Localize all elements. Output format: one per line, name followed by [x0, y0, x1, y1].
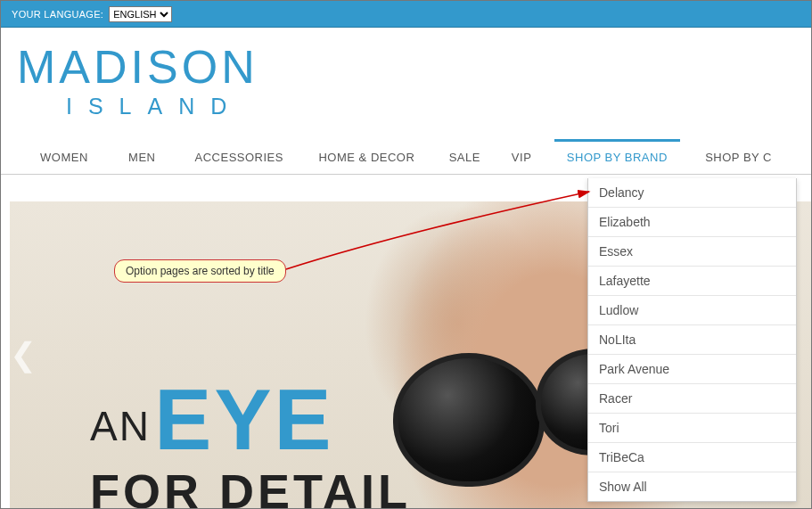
main-nav: WOMENMENACCESSORIESHOME & DECORSALEVIPSH… [1, 141, 811, 175]
brand-option-nolita[interactable]: NoLIta [588, 325, 796, 355]
nav-item-accessories[interactable]: ACCESSORIES [183, 141, 296, 175]
brand-option-lafayette[interactable]: Lafayette [588, 267, 796, 296]
brand-option-delancy[interactable]: Delancy [588, 178, 796, 208]
chevron-left-icon: ❮ [10, 336, 37, 374]
site-logo[interactable]: MADISON ISLAND [1, 28, 811, 125]
nav-item-men[interactable]: MEN [116, 141, 168, 175]
brand-option-racer[interactable]: Racer [588, 384, 796, 414]
brand-option-tori[interactable]: Tori [588, 414, 796, 443]
nav-item-sale[interactable]: SALE [437, 141, 493, 175]
lens-left [393, 353, 545, 487]
nav-item-shop-by-c[interactable]: SHOP BY C [693, 141, 784, 175]
brand-option-show-all[interactable]: Show All [588, 472, 796, 501]
brand-option-elizabeth[interactable]: Elizabeth [588, 208, 796, 237]
shop-by-brand-dropdown: DelancyElizabethEssexLafayetteLudlowNoLI… [587, 178, 797, 502]
hero-text: AN EYE FOR DETAIL [90, 371, 411, 508]
brand-option-essex[interactable]: Essex [588, 237, 796, 267]
brand-option-park-avenue[interactable]: Park Avenue [588, 355, 796, 384]
carousel-prev-arrow[interactable]: ❮ [10, 332, 37, 377]
language-label: YOUR LANGUAGE: [12, 9, 103, 20]
nav-item-vip[interactable]: VIP [499, 141, 544, 175]
logo-main: MADISON [17, 44, 811, 90]
brand-option-ludlow[interactable]: Ludlow [588, 296, 796, 325]
brand-option-tribeca[interactable]: TriBeCa [588, 443, 796, 472]
annotation-callout: Option pages are sorted by title [114, 259, 286, 283]
top-bar: YOUR LANGUAGE: ENGLISH [1, 1, 811, 28]
nav-item-women[interactable]: WOMEN [28, 141, 101, 175]
hero-line1b: EYE [154, 372, 333, 467]
nav-item-shop-by-brand[interactable]: SHOP BY BRAND [554, 139, 680, 173]
hero-line2: FOR DETAIL [90, 464, 411, 508]
language-select[interactable]: ENGLISH [109, 6, 172, 22]
nav-item-home-decor[interactable]: HOME & DECOR [306, 141, 427, 175]
logo-sub: ISLAND [66, 94, 811, 119]
hero-line1a: AN [90, 403, 151, 449]
